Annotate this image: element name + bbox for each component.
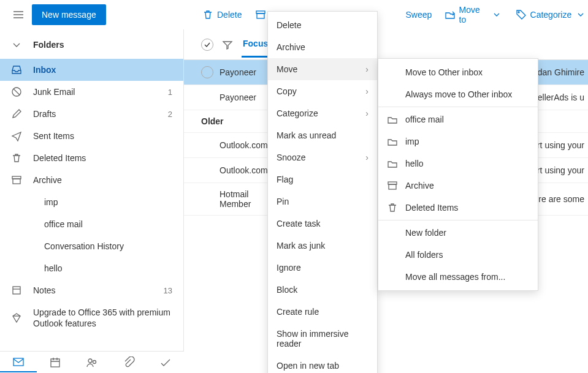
folder-icon xyxy=(387,159,398,168)
sidebar-item-label: office mail xyxy=(22,219,172,229)
ctx-create-rule[interactable]: Create rule xyxy=(268,301,377,323)
svg-rect-8 xyxy=(13,358,23,366)
sidebar-item-label: Archive xyxy=(22,175,172,185)
svg-point-2 xyxy=(518,12,519,13)
ctx-flag[interactable]: Flag xyxy=(268,168,377,190)
nav-mail-icon[interactable] xyxy=(0,353,37,372)
sidebar-item-label: Drafts xyxy=(22,109,168,119)
sidebar-archive[interactable]: Archive xyxy=(0,169,183,191)
ctx-pin[interactable]: Pin xyxy=(268,190,377,213)
svg-rect-6 xyxy=(13,179,20,184)
sidebar-sent[interactable]: Sent Items xyxy=(0,125,183,147)
tb-delete-label: Delete xyxy=(217,10,242,20)
archive-icon xyxy=(11,175,22,186)
ctx-snooze[interactable]: Snooze› xyxy=(268,146,377,168)
tb-delete[interactable]: Delete xyxy=(196,6,248,24)
sidebar-junk[interactable]: Junk Email 1 xyxy=(0,81,183,103)
chevron-right-icon: › xyxy=(365,86,368,96)
context-menu: Delete Archive Move› Copy› Categorize› M… xyxy=(267,11,378,373)
ctx-block[interactable]: Block xyxy=(268,279,377,301)
sidebar-hello[interactable]: hello xyxy=(0,257,183,279)
moveto-icon xyxy=(445,9,456,20)
sub-folder-officemail[interactable]: office mail xyxy=(378,108,538,130)
chevron-right-icon: › xyxy=(365,64,368,74)
sub-always-move-other[interactable]: Always move to Other inbox xyxy=(378,83,538,105)
sidebar-officemail[interactable]: office mail xyxy=(0,213,183,235)
note-icon xyxy=(11,285,22,296)
sidebar-drafts[interactable]: Drafts 2 xyxy=(0,103,183,125)
sub-new-folder[interactable]: New folder xyxy=(378,222,538,244)
sidebar-item-label: Conversation History xyxy=(22,241,172,251)
folder-icon xyxy=(387,137,398,146)
count-badge: 2 xyxy=(168,110,172,119)
separator xyxy=(378,220,538,220)
sidebar-deleted[interactable]: Deleted Items xyxy=(0,147,183,169)
block-icon xyxy=(11,86,22,97)
diamond-icon xyxy=(11,312,22,323)
trash-icon xyxy=(11,153,22,164)
ctx-open-new-tab[interactable]: Open in new tab xyxy=(268,355,377,373)
message-preview: pellerAds is u xyxy=(533,92,584,102)
sub-folder-hello[interactable]: hello xyxy=(378,153,538,175)
chevron-down-icon xyxy=(575,9,586,20)
folders-label: Folders xyxy=(33,40,64,50)
svg-rect-1 xyxy=(257,13,264,18)
svg-rect-7 xyxy=(13,287,20,294)
sidebar: Folders Inbox Junk Email 1 Drafts 2 Sent… xyxy=(0,29,184,351)
svg-point-10 xyxy=(88,359,92,363)
sidebar-conversation-history[interactable]: Conversation History xyxy=(0,235,183,257)
sub-folder-deleted[interactable]: Deleted Items xyxy=(378,197,538,219)
sidebar-upgrade[interactable]: Upgrade to Office 365 with premium Outlo… xyxy=(0,301,183,334)
sidebar-item-label: hello xyxy=(22,263,172,273)
tb-sweep[interactable]: Sweep xyxy=(399,6,437,23)
sidebar-notes[interactable]: Notes 13 xyxy=(0,279,183,301)
new-message-button[interactable]: New message xyxy=(32,4,106,25)
select-circle[interactable] xyxy=(201,66,213,78)
ctx-categorize[interactable]: Categorize› xyxy=(268,102,377,124)
move-submenu: Move to Other inbox Always move to Other… xyxy=(378,58,538,291)
ctx-mark-junk[interactable]: Mark as junk xyxy=(268,235,377,257)
nav-calendar-icon[interactable] xyxy=(37,353,74,372)
tb-move-to[interactable]: Move to xyxy=(438,1,508,28)
nav-todo-icon[interactable] xyxy=(147,353,184,372)
sub-move-all-from[interactable]: Move all messages from... xyxy=(378,266,538,288)
tb-categorize[interactable]: Categorize xyxy=(510,6,588,24)
trash-icon xyxy=(387,203,398,213)
sidebar-inbox[interactable]: Inbox xyxy=(0,59,183,81)
hamburger-icon[interactable] xyxy=(9,5,28,24)
sub-all-folders[interactable]: All folders xyxy=(378,244,538,266)
ctx-mark-unread[interactable]: Mark as unread xyxy=(268,124,377,146)
nav-people-icon[interactable] xyxy=(74,353,110,372)
sub-move-other[interactable]: Move to Other inbox xyxy=(378,61,538,83)
sidebar-imp[interactable]: imp xyxy=(0,191,183,213)
sidebar-item-label: Notes xyxy=(22,285,164,295)
archive-icon xyxy=(387,181,398,190)
ctx-create-task[interactable]: Create task xyxy=(268,213,377,235)
svg-rect-9 xyxy=(51,359,59,367)
ctx-archive[interactable]: Archive xyxy=(268,36,377,58)
ctx-ignore[interactable]: Ignore xyxy=(268,257,377,279)
nav-attach-icon[interactable] xyxy=(110,353,147,372)
sub-folder-imp[interactable]: imp xyxy=(378,130,538,153)
send-icon xyxy=(11,130,22,141)
folder-icon xyxy=(387,115,398,124)
count-badge: 1 xyxy=(168,88,172,97)
sub-folder-archive[interactable]: Archive xyxy=(378,175,538,197)
tag-icon xyxy=(516,9,527,20)
tb-moveto-label: Move to xyxy=(459,5,488,24)
bottom-bar xyxy=(0,351,184,373)
ctx-copy[interactable]: Copy› xyxy=(268,80,377,102)
count-badge: 13 xyxy=(164,286,172,295)
sidebar-item-label: Deleted Items xyxy=(22,153,172,163)
focused-icon xyxy=(222,39,233,50)
sidebar-item-label: imp xyxy=(22,197,172,207)
sidebar-item-label: Junk Email xyxy=(22,87,168,97)
ctx-immersive-reader[interactable]: Show in immersive reader xyxy=(268,323,377,355)
ctx-delete[interactable]: Delete xyxy=(268,14,377,36)
folders-header[interactable]: Folders xyxy=(0,29,183,59)
separator xyxy=(378,107,538,107)
list-header: Focused xyxy=(184,29,588,60)
chevron-right-icon: › xyxy=(365,108,368,118)
ctx-move[interactable]: Move› xyxy=(268,58,377,80)
select-all-toggle[interactable] xyxy=(201,39,213,51)
